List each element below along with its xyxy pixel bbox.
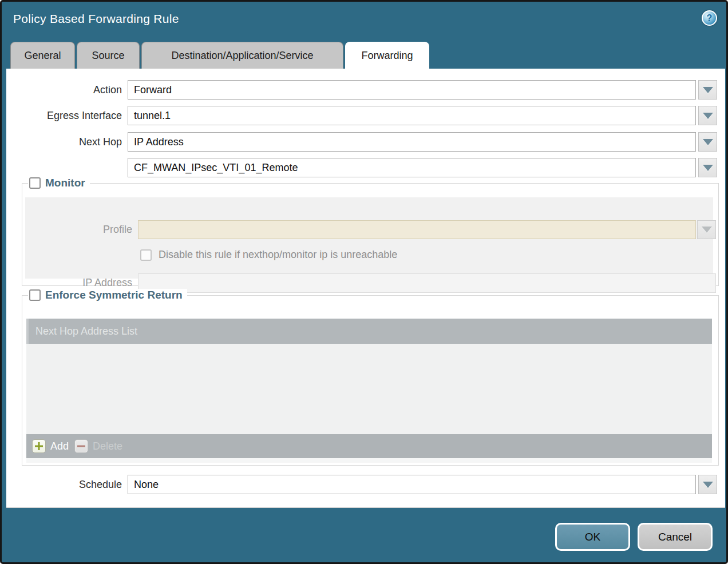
profile-field (138, 220, 696, 239)
ok-button[interactable]: OK (555, 523, 630, 551)
tab-label: General (24, 50, 61, 62)
disable-rule-row: Disable this rule if nexthop/monitor ip … (140, 249, 397, 261)
next-hop-dropdown-button[interactable] (698, 132, 717, 152)
enforce-symmetric-return-label: Enforce Symmetric Return (45, 289, 183, 301)
chevron-down-icon (703, 139, 713, 145)
egress-interface-label: Egress Interface (6, 106, 122, 125)
next-hop-address-list-body[interactable] (26, 344, 712, 434)
disable-rule-label: Disable this rule if nexthop/monitor ip … (159, 249, 397, 261)
enforce-symmetric-return-section: Enforce Symmetric Return Next Hop Addres… (22, 295, 719, 466)
tab-general[interactable]: General (10, 42, 75, 69)
ok-button-label: OK (585, 531, 600, 543)
minus-icon (74, 439, 88, 453)
schedule-field[interactable]: None (128, 475, 696, 494)
next-hop-address-list-header: Next Hop Address List (26, 319, 712, 344)
profile-label: Profile (25, 220, 132, 239)
enforce-symmetric-return-legend: Enforce Symmetric Return (28, 289, 187, 301)
next-hop-address-field[interactable]: CF_MWAN_IPsec_VTI_01_Remote (128, 158, 696, 177)
chevron-down-icon (702, 227, 712, 233)
monitor-legend-label: Monitor (45, 177, 85, 189)
cancel-button[interactable]: Cancel (638, 523, 713, 551)
pbf-rule-dialog: Policy Based Forwarding Rule ? General S… (0, 0, 728, 564)
action-field[interactable]: Forward (128, 80, 696, 100)
monitor-checkbox[interactable] (29, 177, 41, 189)
schedule-label: Schedule (6, 475, 122, 494)
tab-forwarding[interactable]: Forwarding (345, 42, 429, 69)
forwarding-tab-panel: Action Forward Egress Interface tunnel.1… (6, 69, 725, 508)
action-dropdown-button[interactable] (698, 80, 717, 100)
monitor-legend: Monitor (28, 177, 90, 189)
monitor-panel: Profile Disable this rule if nexthop/mon… (25, 197, 713, 279)
next-hop-address-table: Next Hop Address List Add Delete (26, 319, 712, 463)
cancel-button-label: Cancel (658, 531, 692, 543)
chevron-down-icon (703, 165, 713, 171)
profile-dropdown-button (697, 220, 716, 239)
schedule-dropdown-button[interactable] (698, 475, 717, 494)
chevron-down-icon (703, 113, 713, 119)
next-hop-label: Next Hop (6, 132, 122, 152)
table-bottom-strip (26, 458, 712, 463)
monitor-ip-address-field (138, 273, 716, 293)
next-hop-type-field[interactable]: IP Address (128, 132, 696, 152)
action-label: Action (6, 80, 122, 100)
table-toolbar: Add Delete (26, 434, 712, 458)
monitor-section: Monitor Profile Disable this rule if nex… (22, 183, 719, 286)
disable-rule-checkbox (140, 249, 152, 261)
tab-label: Destination/Application/Service (171, 50, 313, 62)
tab-bar: General Source Destination/Application/S… (10, 42, 431, 69)
tab-label: Forwarding (361, 50, 413, 62)
delete-button-label: Delete (93, 440, 122, 452)
tab-source[interactable]: Source (77, 42, 140, 69)
dialog-title: Policy Based Forwarding Rule (13, 12, 179, 26)
add-button-label: Add (50, 440, 69, 452)
tab-destination-application-service[interactable]: Destination/Application/Service (141, 42, 343, 69)
tab-label: Source (92, 50, 124, 62)
next-hop-address-dropdown-button[interactable] (698, 158, 717, 177)
chevron-down-icon (703, 87, 713, 93)
help-icon[interactable]: ? (702, 10, 717, 26)
egress-interface-field[interactable]: tunnel.1 (128, 106, 696, 125)
help-glyph: ? (707, 13, 713, 23)
delete-button: Delete (74, 439, 122, 453)
egress-interface-dropdown-button[interactable] (698, 106, 717, 125)
plus-icon (32, 439, 46, 453)
add-button[interactable]: Add (32, 439, 69, 453)
chevron-down-icon (703, 482, 713, 488)
enforce-symmetric-return-checkbox[interactable] (29, 289, 41, 301)
